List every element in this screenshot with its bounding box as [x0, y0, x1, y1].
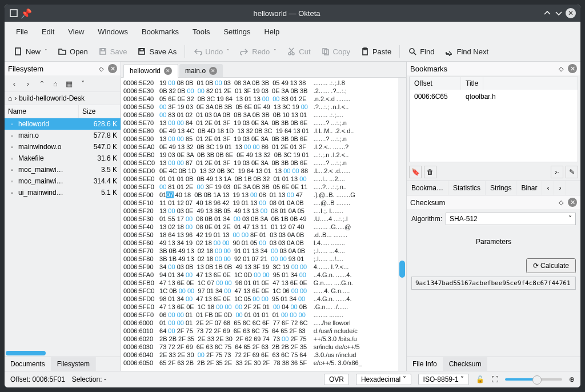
- file-row[interactable]: ▫helloworld628.6 K: [5, 118, 121, 130]
- bookmark-edit-icon[interactable]: ✎: [566, 166, 578, 178]
- panel-close-icon[interactable]: ✕: [568, 64, 577, 73]
- new-button[interactable]: New˅: [9, 44, 52, 59]
- hex-view[interactable]: 0006:5E20 0006:5E30 0006:5E40 0006:5E50 …: [121, 78, 406, 371]
- tab-documents[interactable]: Documents: [5, 357, 51, 371]
- open-button[interactable]: Open: [53, 44, 93, 59]
- svg-rect-3: [101, 49, 105, 51]
- filesystem-panel: Filesystem ◇ ✕ ‹ › ⌃ ⌂ ▦ ˅ ⌂ › build-hel…: [5, 62, 121, 371]
- file-row[interactable]: ▫moc_mainwi…3.5 K: [5, 164, 121, 175]
- find-button[interactable]: Find: [403, 44, 439, 59]
- file-icon: ▫: [8, 131, 16, 139]
- panel-close-icon[interactable]: ✕: [568, 198, 577, 207]
- rtab-next-icon[interactable]: ›: [554, 181, 566, 195]
- panel-float-icon[interactable]: ◇: [97, 64, 106, 73]
- params-label: Parameters: [411, 229, 576, 255]
- hex-vscroll[interactable]: [398, 78, 406, 371]
- svg-point-7: [292, 53, 294, 55]
- find-next-button[interactable]: Find Next: [440, 44, 493, 59]
- minimize-icon[interactable]: [543, 9, 552, 18]
- home-icon: ⌂: [8, 94, 12, 102]
- status-offset: Offset: 0006:5F01: [10, 375, 65, 383]
- file-row[interactable]: ▫mainwindow.o547.0 K: [5, 141, 121, 153]
- menu-windows[interactable]: Windows: [92, 25, 134, 38]
- calculate-button[interactable]: ⟳ Calculate: [526, 258, 576, 273]
- lock-icon[interactable]: 🔓: [476, 375, 484, 383]
- file-row[interactable]: ▫moc_mainwi…314.4 K: [5, 175, 121, 187]
- bookmarks-table[interactable]: Offset Title 0006:6C65 qtoolbar.h: [409, 77, 578, 162]
- menu-file[interactable]: File: [10, 25, 34, 38]
- bookmark-goto-icon[interactable]: ›·: [551, 166, 563, 178]
- rtab2-checksum[interactable]: Checksum: [443, 357, 488, 371]
- rtab-bookmarks[interactable]: Bookma…: [407, 181, 448, 195]
- rtab-strings[interactable]: Strings: [486, 181, 516, 195]
- panel-close-icon[interactable]: ✕: [108, 64, 117, 73]
- rtab2-fileinfo[interactable]: File Info: [407, 357, 443, 371]
- tab-main-o[interactable]: main.o✕: [179, 64, 223, 77]
- checksum-output[interactable]: 9ac1347bad55167acbefbee95ce9f4c8c67f4476…: [411, 277, 576, 290]
- file-row[interactable]: ▫Makefile31.6 K: [5, 153, 121, 164]
- save-button[interactable]: Save: [94, 44, 132, 59]
- nav-up-icon[interactable]: ⌃: [35, 78, 48, 89]
- app-menu-icon[interactable]: [9, 9, 18, 18]
- tab-close-icon[interactable]: ✕: [209, 67, 217, 75]
- breadcrumb[interactable]: ⌂ › build-helloworld-Desk: [5, 92, 121, 105]
- col-name[interactable]: Name: [5, 105, 79, 118]
- file-icon: ▫: [8, 166, 16, 174]
- filesystem-title: Filesystem: [8, 65, 43, 73]
- zoom-reset-icon[interactable]: ⊕: [569, 375, 575, 383]
- titlebar: 📌 helloworld — Okteta ✕: [5, 5, 580, 22]
- status-coding[interactable]: Hexadecimal ˅: [356, 374, 411, 385]
- rtab-binary[interactable]: Binar: [516, 181, 542, 195]
- menu-help[interactable]: Help: [258, 25, 285, 38]
- save-as-button[interactable]: Save As: [133, 44, 181, 59]
- file-icon: ▫: [8, 120, 16, 128]
- zoom-slider[interactable]: [505, 378, 562, 381]
- status-mode[interactable]: OVR: [324, 374, 349, 385]
- menu-view[interactable]: View: [62, 25, 90, 38]
- redo-button[interactable]: Redo˅: [235, 44, 281, 59]
- undo-button[interactable]: Undo˅: [189, 44, 234, 59]
- bk-col-offset[interactable]: Offset: [410, 77, 461, 90]
- file-row[interactable]: ▫ui_mainwind…5.1 K: [5, 187, 121, 198]
- panel-float-icon[interactable]: ◇: [556, 64, 566, 73]
- algo-select[interactable]: SHA-512 ˅: [446, 213, 576, 225]
- toolbar: New˅ Open Save Save As Undo˅ Redo˅ Cut C…: [5, 42, 580, 62]
- editor-tabs: helloworld✕ main.o✕: [121, 62, 406, 78]
- col-size[interactable]: Size: [79, 105, 121, 118]
- menu-edit[interactable]: Edit: [36, 25, 60, 38]
- status-charset[interactable]: ISO-8859-1 ˅: [418, 374, 469, 385]
- filesystem-nav: ‹ › ⌃ ⌂ ▦ ˅: [5, 75, 121, 92]
- menubar: File Edit View Windows Bookmarks Tools S…: [5, 22, 580, 42]
- paste-button[interactable]: Paste: [356, 44, 396, 59]
- pin-icon[interactable]: 📌: [22, 9, 31, 18]
- menu-tools[interactable]: Tools: [187, 25, 215, 38]
- bk-col-title[interactable]: Title: [461, 77, 483, 90]
- cut-button[interactable]: Cut: [282, 44, 315, 59]
- bookmark-del-icon[interactable]: 🗑: [424, 166, 436, 178]
- close-icon[interactable]: ✕: [566, 8, 576, 18]
- menu-settings[interactable]: Settings: [218, 25, 256, 38]
- file-icon: ▫: [8, 154, 16, 162]
- fit-icon[interactable]: ⛶: [491, 375, 498, 383]
- menu-bookmarks[interactable]: Bookmarks: [136, 25, 185, 38]
- copy-button[interactable]: Copy: [316, 44, 355, 59]
- rtab-statistics[interactable]: Statistics: [448, 181, 486, 195]
- bookmark-add-icon[interactable]: 🔖: [409, 166, 422, 178]
- nav-places-icon[interactable]: ▦: [63, 78, 75, 89]
- nav-back-icon[interactable]: ‹: [8, 78, 21, 89]
- tab-helloworld[interactable]: helloworld✕: [123, 64, 178, 78]
- nav-fwd-icon[interactable]: ›: [22, 78, 34, 89]
- file-row[interactable]: ▫main.o577.8 K: [5, 130, 121, 141]
- checksum-title: Checksum: [410, 198, 445, 207]
- nav-dropdown-icon[interactable]: ˅: [77, 78, 89, 89]
- nav-home-icon[interactable]: ⌂: [49, 78, 62, 89]
- fs-hscroll[interactable]: [5, 350, 121, 357]
- rtab-prev-icon[interactable]: ‹: [542, 181, 554, 195]
- tab-filesystem[interactable]: Filesystem: [51, 357, 96, 371]
- bookmark-row[interactable]: 0006:6C65 qtoolbar.h: [410, 90, 578, 103]
- panel-float-icon[interactable]: ◇: [556, 198, 566, 207]
- app-window: 📌 helloworld — Okteta ✕ File Edit View W…: [5, 5, 580, 387]
- editor-area: helloworld✕ main.o✕ 0006:5E20 0006:5E30 …: [121, 62, 407, 371]
- maximize-icon[interactable]: [554, 9, 563, 18]
- tab-close-icon[interactable]: ✕: [164, 67, 172, 75]
